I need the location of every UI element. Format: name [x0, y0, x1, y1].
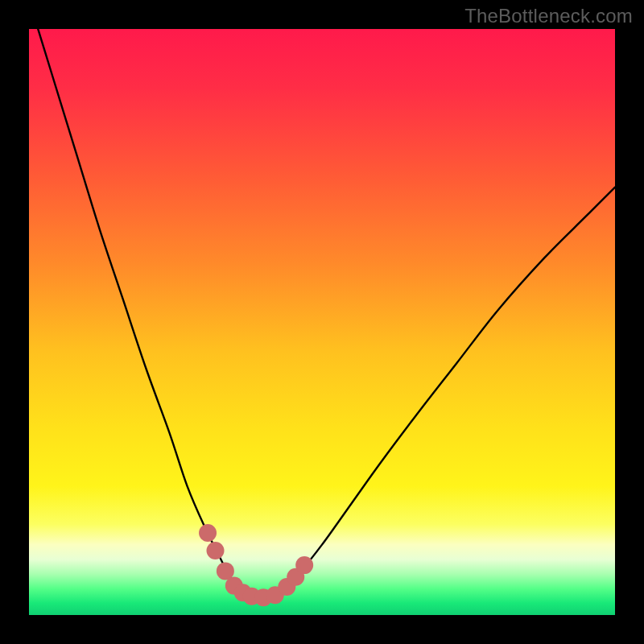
bottleneck-chart — [0, 0, 644, 644]
curve-marker — [199, 524, 217, 542]
curve-marker — [207, 542, 225, 559]
curve-marker — [295, 556, 313, 574]
plot-background — [29, 29, 615, 615]
chart-frame: TheBottleneck.com — [0, 0, 644, 644]
watermark-text: TheBottleneck.com — [464, 5, 633, 27]
